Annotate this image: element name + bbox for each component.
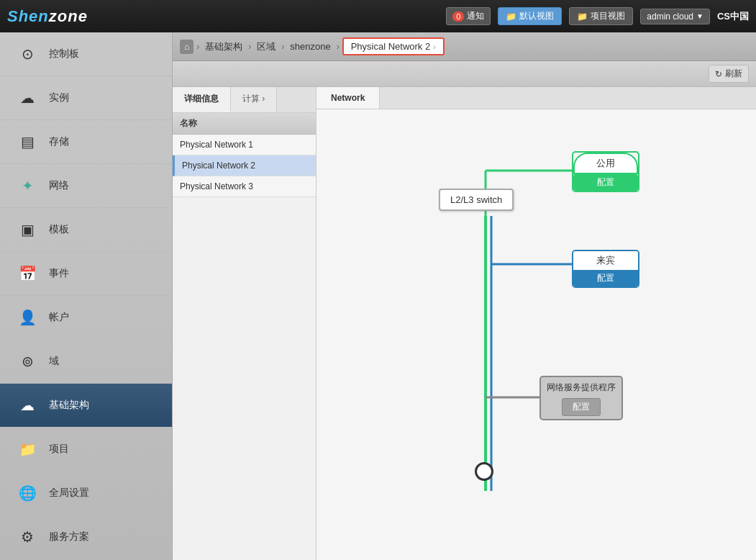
breadcrumb-shenzone[interactable]: shenzone <box>287 40 333 53</box>
globe-icon: 🌐 <box>14 480 40 506</box>
cloud-icon: ☁ <box>14 85 40 111</box>
lang-label: CS中国 <box>717 10 749 23</box>
network-row-3-label: Physical Network 3 <box>180 181 253 191</box>
network-tab-bar: Network <box>316 87 756 109</box>
bottom-circle <box>475 462 493 481</box>
sidebar-item-infra[interactable]: ☁ 基础架构 <box>0 384 172 428</box>
table-row[interactable]: Physical Network 1 <box>173 135 316 155</box>
header: Shenzone 0 通知 📁 默认视图 📁 项目视图 admin cloud … <box>0 0 756 32</box>
template-icon: ▣ <box>14 217 40 243</box>
project-view-label: 项目视图 <box>591 10 625 22</box>
sidebar-item-project[interactable]: 📁 项目 <box>0 428 172 471</box>
arrow-icon-1: › <box>196 42 199 52</box>
breadcrumb-zone[interactable]: 区域 <box>254 39 278 55</box>
sidebar-item-instance[interactable]: ☁ 实例 <box>0 76 172 120</box>
sidebar-label-template: 模板 <box>49 223 69 236</box>
arrow-icon-2: › <box>248 42 251 52</box>
arrow-icon-4: › <box>337 42 340 52</box>
sidebar-item-template[interactable]: ▣ 模板 <box>0 208 172 252</box>
sidebar-item-account[interactable]: 👤 帐户 <box>0 296 172 340</box>
logo: Shenzone <box>7 7 88 26</box>
sidebar-label-account: 帐户 <box>49 311 69 324</box>
table-row-selected[interactable]: Physical Network 2 <box>173 155 316 176</box>
refresh-label: 刷新 <box>725 68 742 80</box>
refresh-button[interactable]: ↻ 刷新 <box>709 65 749 83</box>
sidebar-label-service-plan: 服务方案 <box>49 530 89 543</box>
sidebar-item-event[interactable]: 📅 事件 <box>0 252 172 296</box>
sidebar-label-dashboard: 控制板 <box>49 48 79 60</box>
breadcrumb-current-label: Physical Network 2 <box>351 41 431 52</box>
network-icon: ✦ <box>14 173 40 199</box>
sidebar-label-infra: 基础架构 <box>49 399 89 412</box>
tab-compute[interactable]: 计算 › <box>231 87 277 112</box>
chevron-right-icon: › <box>433 42 436 51</box>
tab-network[interactable]: Network <box>316 87 380 109</box>
calendar-icon: 📅 <box>14 261 40 286</box>
public-config-button[interactable]: 配置 <box>573 174 638 191</box>
default-view-button[interactable]: 📁 默认视图 <box>498 7 562 25</box>
table-row[interactable]: Physical Network 3 <box>173 176 316 197</box>
switch-label: L2/L3 switch <box>450 194 502 205</box>
tab-content: 详细信息 计算 › 名称 Physical Network 1 Physical… <box>173 87 756 560</box>
sidebar-item-service-plan[interactable]: ⚙ 服务方案 <box>0 515 172 559</box>
content-area: ⌂ › 基础架构 › 区域 › shenzone › Physical Netw… <box>173 32 756 560</box>
storage-icon: ▤ <box>14 129 40 155</box>
user-icon: 👤 <box>14 304 40 330</box>
breadcrumb: ⌂ › 基础架构 › 区域 › shenzone › Physical Netw… <box>173 32 756 61</box>
tab-detail[interactable]: 详细信息 <box>173 87 231 112</box>
public-label: 公用 <box>573 153 638 174</box>
sidebar-label-project: 项目 <box>49 443 69 456</box>
sidebar-label-instance: 实例 <box>49 91 69 104</box>
breadcrumb-infra[interactable]: 基础架构 <box>202 39 245 55</box>
project-view-button[interactable]: 📁 项目视图 <box>569 7 633 25</box>
service-label: 网络服务提供程序 <box>544 380 619 395</box>
public-node: 公用 配置 <box>572 151 639 192</box>
notif-badge: 0 <box>452 12 464 22</box>
service-node: 网络服务提供程序 配置 <box>539 376 623 420</box>
refresh-icon: ↻ <box>715 69 722 79</box>
sidebar-label-domain: 域 <box>49 355 59 368</box>
admin-label: admin cloud <box>647 12 693 22</box>
project-icon: 📁 <box>14 436 40 462</box>
network-row-1-label: Physical Network 1 <box>180 140 253 150</box>
sidebar-item-dashboard[interactable]: ⊙ 控制板 <box>0 32 172 76</box>
sidebar-item-domain[interactable]: ⊚ 域 <box>0 340 172 384</box>
sidebar-label-storage: 存储 <box>49 135 69 148</box>
notif-label: 通知 <box>467 10 484 22</box>
admin-button[interactable]: admin cloud ▼ <box>640 9 710 24</box>
domain-icon: ⊚ <box>14 348 40 374</box>
service-config-button[interactable]: 配置 <box>562 398 601 416</box>
diagram-lines <box>316 109 756 556</box>
guest-node: 来宾 配置 <box>572 250 639 288</box>
sidebar-label-event: 事件 <box>49 267 69 280</box>
tabs-bar: 详细信息 计算 › <box>173 87 316 113</box>
sidebar-item-network[interactable]: ✦ 网络 <box>0 164 172 208</box>
sidebar: ⊙ 控制板 ☁ 实例 ▤ 存储 ✦ 网络 ▣ 模板 📅 事件 👤 帐户 ⊚ <box>0 32 173 560</box>
sidebar-label-network: 网络 <box>49 179 69 192</box>
notification-button[interactable]: 0 通知 <box>446 7 491 25</box>
gear-icon: ⚙ <box>14 524 40 550</box>
column-header: 名称 <box>173 113 316 135</box>
home-button[interactable]: ⌂ <box>180 40 193 54</box>
network-row-2-label: Physical Network 2 <box>182 161 255 171</box>
folder2-icon: 📁 <box>577 12 588 22</box>
sidebar-item-global[interactable]: 🌐 全局设置 <box>0 471 172 515</box>
toolbar: ↻ 刷新 <box>173 61 756 87</box>
sidebar-label-global: 全局设置 <box>49 487 89 500</box>
folder-icon: 📁 <box>506 12 516 22</box>
right-panel: Network <box>316 87 756 560</box>
diagram-area: L2/L3 switch 公用 配置 来宾 配置 <box>316 109 756 556</box>
sidebar-item-storage[interactable]: ▤ 存储 <box>0 120 172 164</box>
dashboard-icon: ⊙ <box>14 41 40 67</box>
breadcrumb-current: Physical Network 2 › <box>342 37 445 55</box>
arrow-icon-3: › <box>281 42 284 52</box>
chevron-down-icon: ▼ <box>696 12 703 20</box>
switch-node: L2/L3 switch <box>439 189 514 211</box>
main-layout: ⊙ 控制板 ☁ 实例 ▤ 存储 ✦ 网络 ▣ 模板 📅 事件 👤 帐户 ⊚ <box>0 32 756 560</box>
guest-label: 来宾 <box>573 251 638 270</box>
guest-config-button[interactable]: 配置 <box>573 270 638 286</box>
left-panel: 详细信息 计算 › 名称 Physical Network 1 Physical… <box>173 87 316 560</box>
infra-icon: ☁ <box>14 392 40 418</box>
default-view-label: 默认视图 <box>519 10 554 22</box>
